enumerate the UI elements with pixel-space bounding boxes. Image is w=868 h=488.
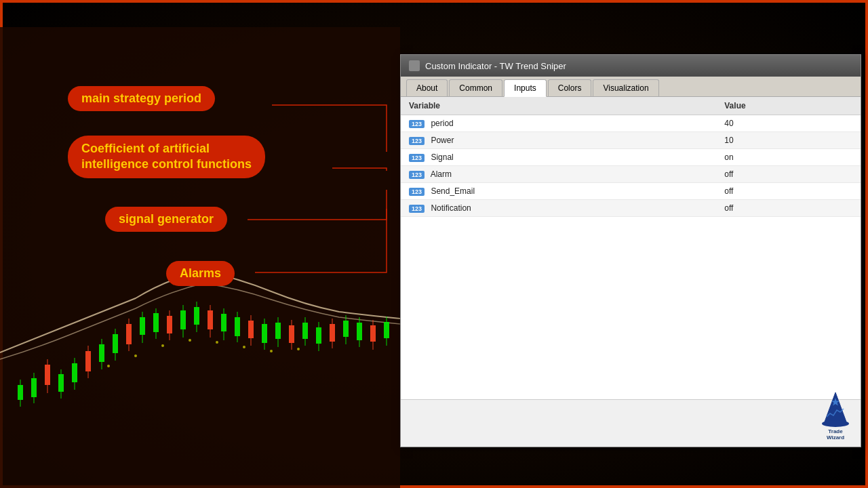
params-table: Variable Value 123 period 40 123 Power 1… (401, 97, 861, 217)
svg-marker-69 (824, 392, 847, 424)
annotation-alarms: Alarms (166, 261, 235, 286)
coefficient-label-text: Coefficient of artificialintelligence co… (81, 142, 252, 171)
type-badge: 123 (409, 120, 425, 128)
svg-point-58 (134, 354, 137, 357)
svg-rect-6 (45, 365, 50, 385)
annotation-main-strategy: main strategy period (68, 86, 215, 111)
svg-point-59 (161, 344, 164, 347)
annotation-signal-gen: signal generator (105, 207, 227, 232)
svg-point-62 (243, 346, 245, 348)
svg-rect-12 (85, 351, 91, 371)
svg-point-60 (189, 339, 191, 342)
svg-rect-54 (370, 325, 376, 342)
cell-variable: 123 Notification (401, 200, 716, 217)
dialog-tabs: About Common Inputs Colors Visualization (401, 77, 861, 97)
tab-common[interactable]: Common (449, 79, 502, 96)
cell-value: off (716, 200, 861, 217)
logo-area: TradeWizard (818, 391, 852, 441)
variable-name: Signal (431, 152, 453, 162)
svg-point-70 (822, 420, 849, 427)
svg-rect-4 (31, 378, 37, 397)
svg-rect-8 (58, 374, 64, 392)
dialog-content: Variable Value 123 period 40 123 Power 1… (401, 97, 861, 399)
svg-point-63 (270, 350, 273, 352)
svg-rect-46 (316, 327, 321, 344)
table-row[interactable]: 123 Alarm off (401, 166, 861, 183)
svg-rect-10 (72, 363, 77, 382)
annotation-coefficient: Coefficient of artificialintelligence co… (68, 136, 265, 178)
type-badge: 123 (409, 137, 425, 145)
svg-point-57 (107, 365, 110, 367)
table-row[interactable]: 123 Send_Email off (401, 183, 861, 200)
svg-point-64 (297, 348, 300, 350)
type-badge: 123 (409, 205, 425, 213)
cell-variable: 123 Power (401, 132, 716, 149)
variable-name: Alarm (431, 169, 452, 179)
variable-name: Send_Email (431, 186, 475, 196)
svg-rect-48 (330, 324, 335, 342)
variable-name: Notification (431, 203, 471, 213)
col-value: Value (716, 97, 861, 115)
cell-variable: 123 Signal (401, 149, 716, 166)
svg-rect-14 (99, 344, 104, 362)
table-row[interactable]: 123 Notification off (401, 200, 861, 217)
cell-variable: 123 Send_Email (401, 183, 716, 200)
svg-rect-16 (113, 334, 118, 353)
svg-rect-42 (289, 325, 294, 343)
svg-rect-18 (126, 324, 132, 344)
variable-name: Power (431, 136, 454, 145)
type-badge: 123 (409, 154, 425, 162)
cell-variable: 123 period (401, 115, 716, 132)
table-row[interactable]: 123 Signal on (401, 149, 861, 166)
dialog-title: Custom Indicator - TW Trend Sniper (425, 61, 566, 71)
type-badge: 123 (409, 188, 425, 196)
tab-inputs[interactable]: Inputs (504, 79, 547, 97)
col-variable: Variable (401, 97, 716, 115)
variable-name: period (431, 119, 453, 128)
cell-value: off (716, 183, 861, 200)
indicator-dialog: Custom Indicator - TW Trend Sniper About… (400, 54, 861, 447)
table-row[interactable]: 123 Power 10 (401, 132, 861, 149)
cell-value: 10 (716, 132, 861, 149)
logo-text: TradeWizard (827, 428, 844, 441)
wizard-logo (818, 391, 852, 428)
cell-variable: 123 Alarm (401, 166, 716, 183)
cell-value: 40 (716, 115, 861, 132)
tab-about[interactable]: About (406, 79, 448, 96)
tab-visualization[interactable]: Visualization (593, 79, 658, 96)
svg-rect-38 (262, 324, 267, 343)
dialog-footer: TradeWizard (401, 399, 861, 447)
dialog-icon (409, 60, 420, 71)
tab-colors[interactable]: Colors (548, 79, 592, 96)
annotations-container: main strategy period Coefficient of arti… (0, 0, 400, 325)
cell-value: off (716, 166, 861, 183)
svg-rect-2 (18, 385, 23, 400)
svg-point-61 (216, 341, 218, 344)
cell-value: on (716, 149, 861, 166)
dialog-titlebar: Custom Indicator - TW Trend Sniper (401, 55, 861, 77)
table-row[interactable]: 123 period 40 (401, 115, 861, 132)
type-badge: 123 (409, 171, 425, 179)
